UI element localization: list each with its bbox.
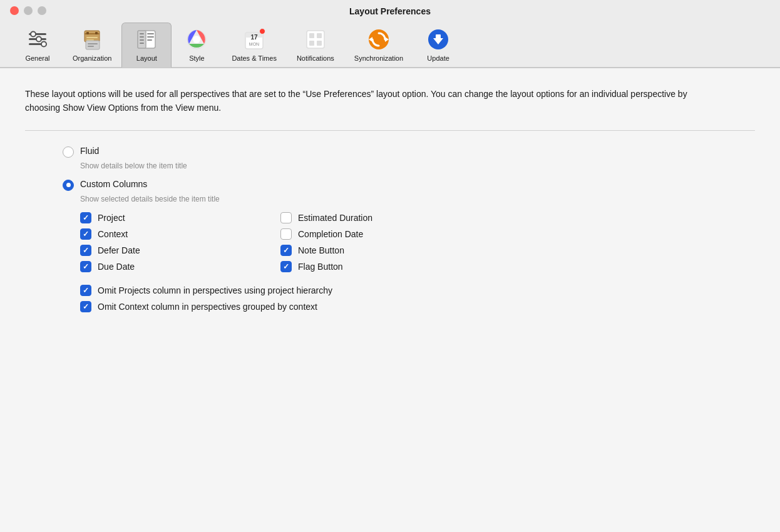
tab-notifications-label: Notifications <box>297 54 334 62</box>
tab-synchronization-label: Synchronization <box>354 54 403 62</box>
svg-rect-19 <box>140 39 144 41</box>
checkbox-flag-button[interactable]: Flag Button <box>280 261 456 272</box>
window-title: Layout Preferences <box>349 6 431 16</box>
flag-button-checkbox[interactable] <box>280 261 292 272</box>
svg-rect-22 <box>147 36 154 38</box>
svg-rect-8 <box>86 32 89 34</box>
due-date-label: Due Date <box>98 262 135 272</box>
general-icon <box>25 27 50 52</box>
project-checkbox[interactable] <box>80 212 91 223</box>
svg-rect-20 <box>140 43 144 44</box>
svg-point-5 <box>41 42 46 47</box>
checkbox-completion-date[interactable]: Completion Date <box>280 228 456 240</box>
window-controls <box>10 6 46 15</box>
omit-context-label: Omit Context column in perspectives grou… <box>98 302 317 312</box>
note-button-checkbox[interactable] <box>280 245 292 256</box>
tab-organization[interactable]: Organization <box>63 23 121 67</box>
synchronization-icon <box>366 27 391 52</box>
svg-text:MON: MON <box>249 42 259 46</box>
project-label: Project <box>98 213 125 223</box>
tab-synchronization[interactable]: Synchronization <box>344 23 413 67</box>
checkbox-project[interactable]: Project <box>80 212 255 223</box>
minimize-button[interactable] <box>24 6 33 15</box>
svg-rect-32 <box>309 33 314 38</box>
omit-section: Omit Projects column in perspectives usi… <box>80 285 755 312</box>
svg-rect-17 <box>140 33 144 34</box>
tab-general-label: General <box>25 54 49 62</box>
svg-rect-41 <box>436 34 441 39</box>
close-button[interactable] <box>10 6 19 15</box>
omit-context-checkbox[interactable] <box>80 301 91 312</box>
fluid-label: Fluid <box>80 146 99 156</box>
svg-rect-12 <box>86 41 100 49</box>
flag-button-label: Flag Button <box>298 262 343 272</box>
context-label: Context <box>98 229 128 239</box>
divider <box>25 130 755 131</box>
svg-point-25 <box>193 36 200 43</box>
tab-update-label: Update <box>427 54 449 62</box>
custom-columns-label: Custom Columns <box>80 179 147 189</box>
fluid-radio-circle[interactable] <box>63 146 74 158</box>
context-checkbox[interactable] <box>80 228 91 240</box>
layout-icon <box>134 27 159 52</box>
tab-notifications[interactable]: Notifications <box>287 23 344 67</box>
fluid-sublabel: Show details below the item title <box>80 161 755 170</box>
tab-dates-times-label: Dates & Times <box>232 54 277 62</box>
tab-layout-label: Layout <box>136 54 157 62</box>
main-content: These layout options will be used for al… <box>0 68 780 532</box>
svg-text:17: 17 <box>251 34 259 41</box>
tab-layout[interactable]: Layout <box>121 23 172 68</box>
columns-grid: Project Estimated Duration Context Compl… <box>80 212 755 272</box>
tab-update[interactable]: Update <box>413 23 463 67</box>
svg-rect-34 <box>309 41 314 46</box>
checkbox-estimated-duration[interactable]: Estimated Duration <box>280 212 456 223</box>
estimated-duration-label: Estimated Duration <box>298 213 372 223</box>
due-date-checkbox[interactable] <box>80 261 91 272</box>
title-bar: Layout Preferences <box>0 0 780 16</box>
maximize-button[interactable] <box>38 6 46 15</box>
svg-rect-35 <box>317 41 322 46</box>
tab-organization-label: Organization <box>73 54 111 62</box>
svg-point-4 <box>36 37 41 42</box>
svg-point-3 <box>31 32 36 37</box>
omit-projects-checkbox[interactable] <box>80 285 91 296</box>
svg-rect-14 <box>88 46 94 47</box>
svg-rect-10 <box>86 37 98 38</box>
options-section: Fluid Show details below the item title … <box>25 146 755 312</box>
svg-rect-21 <box>147 33 154 34</box>
svg-rect-23 <box>147 39 152 41</box>
omit-projects-label: Omit Projects column in perspectives usi… <box>98 285 332 295</box>
radio-fluid[interactable]: Fluid <box>63 146 755 158</box>
svg-rect-31 <box>307 31 324 48</box>
dates-times-icon: 17 MON <box>242 27 267 52</box>
svg-rect-13 <box>88 43 98 44</box>
description-text: These layout options will be used for al… <box>25 87 714 115</box>
svg-rect-18 <box>140 36 144 38</box>
svg-rect-9 <box>95 32 98 34</box>
custom-columns-radio-circle[interactable] <box>63 180 74 191</box>
style-icon <box>184 27 209 52</box>
tab-general[interactable]: General <box>13 23 63 67</box>
note-button-label: Note Button <box>298 245 344 255</box>
notifications-icon <box>303 27 328 52</box>
toolbar: General Organization <box>0 16 780 68</box>
custom-columns-sublabel: Show selected details beside the item ti… <box>80 195 755 203</box>
defer-date-label: Defer Date <box>98 245 140 255</box>
defer-date-checkbox[interactable] <box>80 245 91 256</box>
checkbox-defer-date[interactable]: Defer Date <box>80 245 255 256</box>
svg-rect-33 <box>317 33 322 38</box>
checkbox-note-button[interactable]: Note Button <box>280 245 456 256</box>
estimated-duration-checkbox[interactable] <box>280 212 292 223</box>
checkbox-omit-context[interactable]: Omit Context column in perspectives grou… <box>80 301 755 312</box>
radio-custom-columns[interactable]: Custom Columns <box>63 179 755 191</box>
checkbox-due-date[interactable]: Due Date <box>80 261 255 272</box>
completion-date-label: Completion Date <box>298 229 363 239</box>
completion-date-checkbox[interactable] <box>280 228 292 240</box>
checkbox-omit-projects[interactable]: Omit Projects column in perspectives usi… <box>80 285 755 296</box>
checkbox-context[interactable]: Context <box>80 228 255 240</box>
update-icon <box>426 27 451 52</box>
tab-style[interactable]: Style <box>172 23 222 67</box>
tab-dates-times[interactable]: 17 MON Dates & Times <box>222 23 287 67</box>
tab-style-label: Style <box>189 54 204 62</box>
organization-icon <box>80 27 105 52</box>
